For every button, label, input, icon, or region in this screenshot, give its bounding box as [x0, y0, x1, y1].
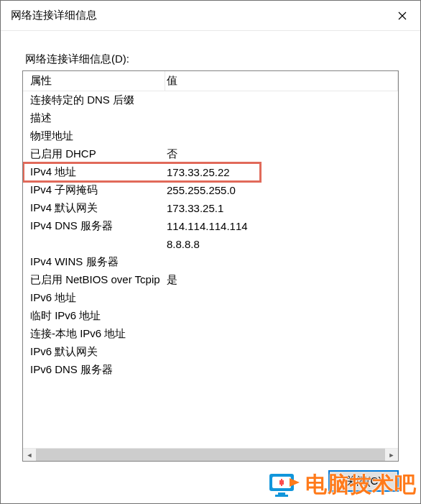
table-row[interactable]: IPv6 地址 — [23, 289, 398, 307]
dialog-title: 网络连接详细信息 — [11, 9, 97, 22]
property-cell: IPv4 子网掩码 — [23, 183, 165, 197]
scroll-left-arrow-icon[interactable]: ◄ — [23, 449, 36, 461]
watermark: 电脑技术吧 — [268, 470, 417, 500]
value-cell: 是 — [165, 273, 398, 287]
close-icon[interactable] — [384, 1, 420, 30]
table-row[interactable]: IPv6 默认网关 — [23, 343, 398, 361]
property-cell: IPv6 DNS 服务器 — [23, 363, 165, 377]
property-cell: 描述 — [23, 111, 165, 125]
table-row[interactable]: 描述 — [23, 109, 398, 127]
svg-rect-2 — [278, 492, 285, 495]
table-row[interactable]: 已启用 DHCP否 — [23, 145, 398, 163]
titlebar: 网络连接详细信息 — [1, 1, 420, 31]
dialog-window: 网络连接详细信息 网络连接详细信息(D): 属性 值 连接特定的 DNS 后缀描… — [0, 0, 421, 504]
table-row[interactable]: IPv4 WINS 服务器 — [23, 253, 398, 271]
value-cell: 否 — [165, 147, 398, 161]
column-headers: 属性 值 — [23, 71, 398, 91]
watermark-logo-icon — [268, 471, 301, 500]
table-row[interactable]: IPv4 默认网关173.33.25.1 — [23, 199, 398, 217]
section-label: 网络连接详细信息(D): — [25, 52, 404, 66]
table-row[interactable]: IPv6 DNS 服务器 — [23, 361, 398, 379]
column-header-value[interactable]: 值 — [165, 71, 398, 91]
scroll-thumb[interactable] — [36, 449, 385, 461]
property-cell: IPv4 默认网关 — [23, 201, 165, 215]
property-cell: IPv4 地址 — [23, 165, 165, 179]
scroll-track[interactable] — [36, 449, 385, 461]
property-cell: IPv6 地址 — [23, 291, 165, 305]
property-cell: IPv4 WINS 服务器 — [23, 255, 165, 269]
property-cell: 已启用 DHCP — [23, 147, 165, 161]
property-cell: 连接-本地 IPv6 地址 — [23, 327, 165, 341]
value-cell: 8.8.8.8 — [165, 238, 398, 250]
column-header-property[interactable]: 属性 — [23, 71, 165, 91]
value-cell: 173.33.25.1 — [165, 202, 398, 214]
value-cell: 173.33.25.22 — [165, 166, 398, 178]
property-cell: IPv4 DNS 服务器 — [23, 219, 165, 233]
property-cell: 临时 IPv6 地址 — [23, 309, 165, 323]
dialog-content: 网络连接详细信息(D): 属性 值 连接特定的 DNS 后缀描述物理地址已启用 … — [1, 31, 420, 503]
property-cell: IPv6 默认网关 — [23, 345, 165, 359]
property-cell: 连接特定的 DNS 后缀 — [23, 93, 165, 107]
property-cell: 已启用 NetBIOS over Tcpip — [23, 273, 165, 287]
table-row[interactable]: 临时 IPv6 地址 — [23, 307, 398, 325]
table-row[interactable]: IPv4 子网掩码255.255.255.0 — [23, 181, 398, 199]
table-row[interactable]: IPv4 地址173.33.25.22 — [23, 163, 398, 181]
svg-rect-3 — [275, 495, 288, 497]
value-cell: 114.114.114.114 — [165, 220, 398, 232]
svg-rect-5 — [281, 479, 282, 486]
rows-container: 连接特定的 DNS 后缀描述物理地址已启用 DHCP否IPv4 地址173.33… — [23, 91, 398, 448]
table-row[interactable]: IPv4 DNS 服务器114.114.114.114 — [23, 217, 398, 235]
table-row[interactable]: 8.8.8.8 — [23, 235, 398, 253]
table-row[interactable]: 物理地址 — [23, 127, 398, 145]
property-cell: 物理地址 — [23, 129, 165, 143]
horizontal-scrollbar[interactable]: ◄ ► — [23, 448, 398, 461]
table-row[interactable]: 已启用 NetBIOS over Tcpip是 — [23, 271, 398, 289]
scroll-right-arrow-icon[interactable]: ► — [385, 449, 398, 461]
watermark-text: 电脑技术吧 — [305, 470, 417, 500]
details-listview: 属性 值 连接特定的 DNS 后缀描述物理地址已启用 DHCP否IPv4 地址1… — [22, 70, 399, 462]
table-row[interactable]: 连接-本地 IPv6 地址 — [23, 325, 398, 343]
table-row[interactable]: 连接特定的 DNS 后缀 — [23, 91, 398, 109]
value-cell: 255.255.255.0 — [165, 184, 398, 196]
